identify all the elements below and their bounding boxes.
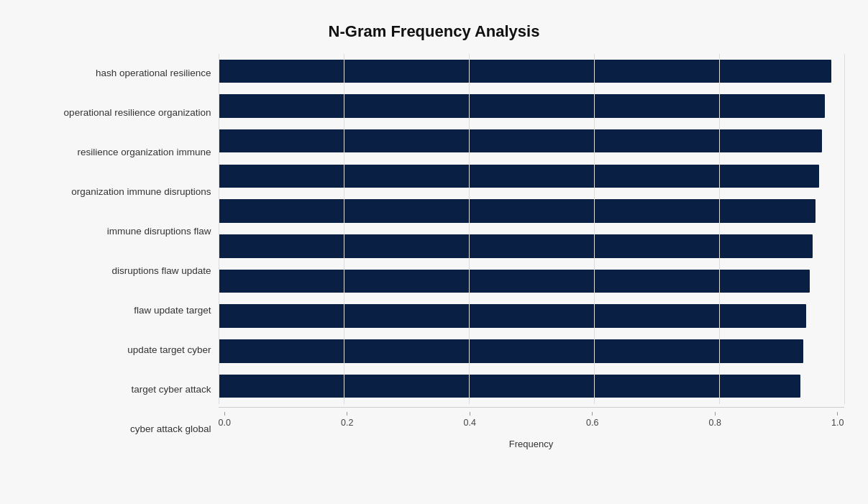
bar [219,199,816,223]
bar-row [219,229,844,264]
grid-line [344,54,344,404]
bar-row [219,124,844,159]
grid-line [719,54,720,404]
bar-row [219,88,844,124]
bar-row [219,193,844,229]
y-label: update target cyber [24,344,211,356]
y-label: resilience organization immune [24,147,211,158]
chart-title: N-Gram Frequency Analysis [24,22,844,41]
bar-row [219,298,844,334]
y-labels: hash operational resilienceoperational r… [24,54,219,449]
x-tick-label: 0.0 [219,408,231,428]
y-label: organization immune disruptions [24,186,211,198]
grid-line [844,54,845,404]
chart-container: N-Gram Frequency Analysis hash operation… [10,8,859,497]
x-tick-label: 0.2 [341,408,353,428]
x-ticks: 0.00.20.40.60.81.0 [219,408,844,428]
bar [219,129,823,153]
x-tick-label: 0.6 [586,408,598,428]
bar [219,375,800,398]
y-label: hash operational resilience [24,68,211,79]
bar [219,234,813,258]
bar-row [219,369,844,404]
y-label: disruptions flaw update [24,265,211,277]
grid-line [219,54,219,404]
y-label: cyber attack global [24,423,211,435]
bars-and-x: 0.00.20.40.60.81.0 Frequency [219,54,844,449]
bar [219,94,826,118]
bar [219,270,810,293]
x-axis: 0.00.20.40.60.81.0 [219,407,844,436]
y-label: flaw update target [24,305,211,316]
y-label: target cyber attack [24,384,211,395]
bar-row [219,264,844,299]
x-tick-label: 0.8 [709,408,721,428]
x-tick-label: 0.4 [464,408,476,428]
chart-area: hash operational resilienceoperational r… [24,54,844,449]
bar-row [219,334,844,369]
bars-area [219,54,844,404]
grid-line [469,54,470,404]
x-tick-label: 1.0 [831,408,844,428]
bar [219,339,803,363]
y-label: immune disruptions flaw [24,226,211,237]
bar-row [219,159,844,194]
grid-line [594,54,595,404]
bar [219,165,819,188]
y-label: operational resilience organization [24,107,211,119]
bar [219,60,832,83]
bar-row [219,54,844,89]
x-axis-label: Frequency [219,439,844,449]
